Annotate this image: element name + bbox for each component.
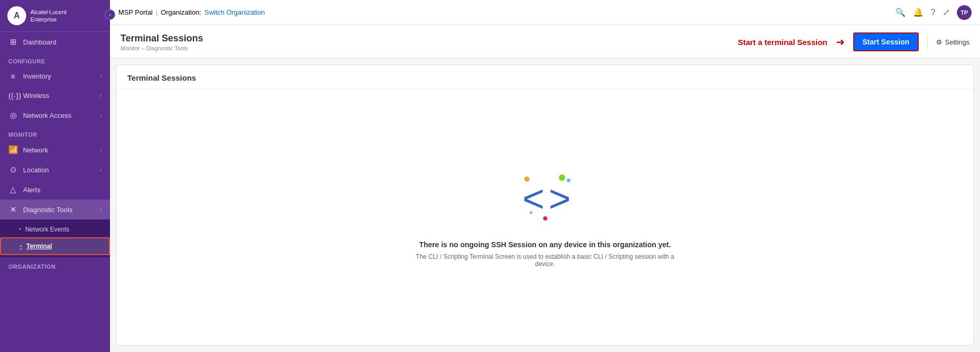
terminal-icon-area: < > — [514, 167, 577, 230]
topbar: MSP Portal | Organization: Switch Organi… — [110, 0, 980, 25]
network-access-icon: ◎ — [8, 111, 18, 120]
sidebar-item-dashboard[interactable]: ⊞ Dashboard — [0, 32, 110, 52]
chevron-inventory: › — [100, 73, 102, 79]
sidebar-label-dashboard: Dashboard — [23, 38, 57, 46]
chevron-diagnostic-tools: › — [100, 207, 102, 213]
network-events-label: Network Events — [25, 226, 69, 233]
dashboard-icon: ⊞ — [8, 37, 18, 47]
sidebar-item-alerts[interactable]: △ Alerts — [0, 180, 110, 200]
user-avatar[interactable]: TP — [957, 5, 972, 20]
inventory-icon: ≡ — [8, 72, 18, 81]
chevron-network: › — [100, 147, 102, 153]
sidebar-label-network-access: Network Access — [23, 112, 71, 119]
page-title: Terminal Sessions — [120, 33, 738, 44]
start-session-label: Start a terminal Session — [738, 38, 828, 47]
start-session-button[interactable]: Start Session — [853, 32, 919, 51]
sidebar-label-network: Network — [23, 146, 48, 154]
sidebar-label-wireless: Wireless — [23, 92, 49, 100]
logo-text: Alcatel·Lucent Enterprise — [30, 8, 67, 24]
help-icon[interactable]: ? — [931, 8, 935, 17]
topbar-nav: MSP Portal | Organization: Switch Organi… — [118, 8, 265, 16]
sidebar-item-location[interactable]: ⊙ Location › — [0, 160, 110, 180]
sidebar-label-alerts: Alerts — [23, 186, 40, 194]
dot-teal — [567, 179, 570, 182]
organization-label: Organization: — [161, 8, 201, 16]
settings-label: Settings — [945, 38, 970, 46]
sidebar-item-network-access[interactable]: ◎ Network Access › — [0, 105, 110, 125]
terminal-brackets-icon: < > — [514, 167, 577, 230]
switch-organization-link[interactable]: Switch Organization — [204, 8, 265, 16]
submenu-terminal[interactable]: Terminal — [0, 237, 110, 255]
organization-section-label: ORGANIZATION — [0, 257, 110, 272]
settings-button[interactable]: ⚙ Settings — [936, 38, 970, 46]
topbar-icons: 🔍 🔔 ? ⤢ TP — [895, 5, 972, 20]
network-icon: 📶 — [8, 145, 18, 155]
dot-white — [530, 211, 533, 214]
page-header-right: Start a terminal Session ➜ Start Session… — [738, 32, 970, 51]
expand-icon[interactable]: ⤢ — [943, 7, 950, 17]
empty-state: < > There is no ongoing SSH Session on a… — [117, 89, 973, 345]
sidebar-item-wireless[interactable]: ((·)) Wireless › — [0, 86, 110, 105]
sidebar-item-network[interactable]: 📶 Network › — [0, 140, 110, 160]
sidebar-collapse-btn[interactable]: ‹ — [105, 9, 115, 20]
dot-pink — [543, 216, 547, 221]
content-inner-title: Terminal Sessions — [117, 65, 973, 89]
main-wrapper: Terminal Sessions Monitor – Diagnostic T… — [110, 25, 980, 352]
configure-section-label: CONFIGURE — [0, 52, 110, 67]
monitor-section-label: MONITOR — [0, 125, 110, 140]
sidebar-logo: A Alcatel·Lucent Enterprise — [0, 0, 110, 32]
content-panel: Terminal Sessions < > There is no ongoin… — [116, 64, 974, 346]
sidebar-label-diagnostic-tools: Diagnostic Tools — [23, 206, 72, 214]
gear-icon: ⚙ — [936, 38, 942, 46]
arrow-right-icon: ➜ — [836, 36, 845, 48]
chevron-location: › — [100, 167, 102, 173]
bell-icon[interactable]: 🔔 — [913, 7, 923, 17]
vertical-divider — [927, 34, 928, 50]
main-content: MSP Portal | Organization: Switch Organi… — [110, 0, 980, 352]
msp-portal-label: MSP Portal — [118, 8, 153, 16]
sidebar-item-diagnostic-tools[interactable]: ✕ Diagnostic Tools › — [0, 200, 110, 219]
topbar-sep1: | — [156, 8, 158, 16]
sidebar-item-inventory[interactable]: ≡ Inventory › — [0, 67, 110, 86]
page-header-left: Terminal Sessions Monitor – Diagnostic T… — [120, 33, 738, 51]
sidebar: A Alcatel·Lucent Enterprise ‹ ⊞ Dashboar… — [0, 0, 110, 352]
sidebar-label-inventory: Inventory — [23, 72, 51, 80]
breadcrumb: Monitor – Diagnostic Tools — [120, 45, 738, 51]
page-header: Terminal Sessions Monitor – Diagnostic T… — [110, 25, 980, 58]
diagnostic-tools-icon: ✕ — [8, 205, 18, 214]
chevron-network-access: › — [100, 113, 102, 118]
alerts-icon: △ — [8, 185, 18, 194]
location-icon: ⊙ — [8, 165, 18, 174]
sidebar-label-location: Location — [23, 166, 49, 174]
logo-icon: A — [7, 6, 26, 25]
search-icon[interactable]: 🔍 — [895, 7, 906, 17]
empty-state-main-text: There is no ongoing SSH Session on any d… — [419, 240, 671, 249]
diagnostic-tools-submenu: Network Events Terminal — [0, 219, 110, 257]
submenu-network-events[interactable]: Network Events — [0, 222, 110, 237]
dot-yellow — [524, 177, 530, 182]
chevron-wireless: › — [100, 93, 102, 98]
terminal-label: Terminal — [26, 243, 52, 250]
empty-state-sub-text: The CLI / Scripting Terminal Screen is u… — [414, 253, 676, 268]
dot-green — [559, 174, 565, 181]
wireless-icon: ((·)) — [8, 91, 18, 100]
